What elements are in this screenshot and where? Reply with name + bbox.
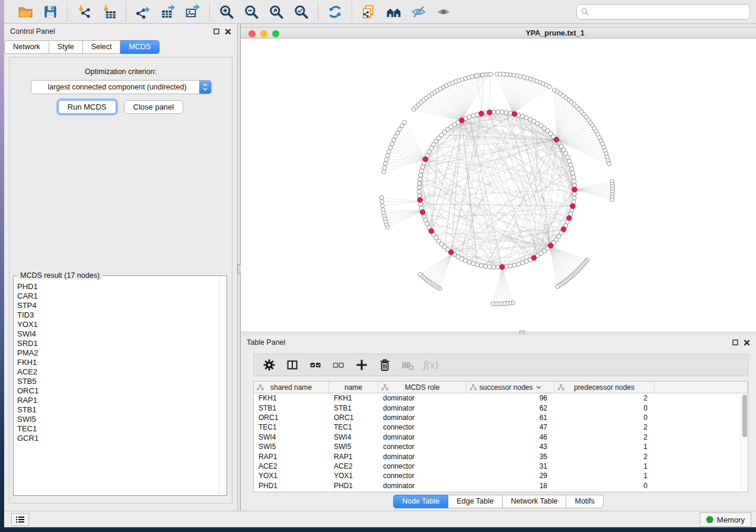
run-mcds-button[interactable]: Run MCDS xyxy=(58,100,116,114)
table-row[interactable]: STB1STB1dominator620 xyxy=(254,403,748,412)
maximize-window-icon[interactable] xyxy=(272,30,279,37)
table-cell: 18 xyxy=(467,481,554,491)
column-header-name[interactable]: name xyxy=(329,382,378,393)
list-item[interactable]: PMA2 xyxy=(14,348,219,358)
table-row[interactable]: FKH1FKH1dominator962 xyxy=(254,393,748,403)
table-row[interactable]: ORC1ORC1dominator610 xyxy=(254,413,748,422)
zoom-in-button[interactable] xyxy=(216,2,237,21)
table-panel-title: Table Panel xyxy=(247,338,285,347)
export-table-button[interactable] xyxy=(157,2,178,21)
close-window-icon[interactable] xyxy=(248,30,256,37)
import-network-icon xyxy=(76,4,92,20)
column-header-shared-name[interactable]: shared name xyxy=(254,382,329,393)
create-column-button[interactable] xyxy=(350,355,373,374)
tab-select[interactable]: Select xyxy=(83,40,121,54)
list-item[interactable]: SWI5 xyxy=(14,415,219,424)
table-cell: connector xyxy=(378,462,467,471)
table-cell: RAP1 xyxy=(329,451,378,461)
network-canvas[interactable] xyxy=(241,39,756,331)
zoom-selected-icon xyxy=(294,4,309,20)
list-item[interactable]: TID3 xyxy=(14,310,219,320)
table-cell: 1 xyxy=(554,462,655,471)
tab-edge-table[interactable]: Edge Table xyxy=(448,495,502,508)
close-table-panel-icon[interactable] xyxy=(744,339,750,346)
table-cell: ORC1 xyxy=(254,413,329,422)
close-panel-icon[interactable] xyxy=(225,28,231,35)
table-row[interactable]: ACE2ACE2connector311 xyxy=(254,462,748,471)
table-cell: 0 xyxy=(554,413,655,422)
search-input[interactable] xyxy=(589,6,749,18)
tab-motifs[interactable]: Motifs xyxy=(566,495,603,508)
delete-column-button[interactable] xyxy=(373,355,396,374)
column-header-mcds-role[interactable]: MCDS role xyxy=(378,382,467,393)
show-all-button[interactable] xyxy=(433,2,454,21)
table-cell-filler xyxy=(655,462,748,471)
select-all-button[interactable] xyxy=(304,355,327,374)
table-row[interactable]: SWI4SWI4dominator462 xyxy=(254,432,748,442)
column-label: shared name xyxy=(270,383,312,392)
table-cell: 29 xyxy=(467,471,554,480)
save-session-button[interactable] xyxy=(40,2,61,21)
export-image-button[interactable] xyxy=(182,2,203,21)
deselect-all-button[interactable] xyxy=(327,355,350,374)
column-header-successor-nodes[interactable]: successor nodes xyxy=(467,382,554,393)
refresh-button[interactable] xyxy=(324,2,346,21)
list-item[interactable]: RAP1 xyxy=(14,396,219,405)
criterion-dropdown[interactable]: largest connected component (undirected) xyxy=(31,80,212,94)
table-cell: FKH1 xyxy=(329,393,378,403)
table-scrollbar-thumb[interactable] xyxy=(742,395,747,437)
mcds-list-scrollbar[interactable] xyxy=(219,277,226,495)
task-history-button[interactable] xyxy=(11,513,29,526)
tab-network[interactable]: Network xyxy=(4,40,49,54)
table-cell-filler xyxy=(655,403,748,412)
column-header-predecessor-nodes[interactable]: predecessor nodes xyxy=(554,382,655,393)
memory-button[interactable]: Memory xyxy=(700,512,751,527)
table-row[interactable]: SWI5SWI5connector431 xyxy=(254,442,748,451)
list-item[interactable]: PHD1 xyxy=(14,282,219,291)
tab-style[interactable]: Style xyxy=(49,40,83,54)
open-session-button[interactable] xyxy=(15,2,36,21)
table-cell: 61 xyxy=(467,413,554,422)
zoom-fit-button[interactable] xyxy=(266,2,287,21)
table-settings-button[interactable] xyxy=(257,355,280,374)
export-network-button[interactable] xyxy=(132,2,154,21)
column-header-filler xyxy=(655,382,748,393)
list-item[interactable]: ACE2 xyxy=(14,367,219,377)
table-row[interactable]: YOX1YOX1connector291 xyxy=(254,471,748,480)
column-selector-button[interactable] xyxy=(280,355,304,374)
close-panel-button[interactable]: Close panel xyxy=(124,100,184,114)
network-graph[interactable] xyxy=(241,39,756,331)
list-item[interactable]: YOX1 xyxy=(14,320,219,329)
duplicate-network-button[interactable] xyxy=(358,2,379,21)
mcds-result-list[interactable]: PHD1CAR1STP4TID3YOX1SWI4SRD1PMA2FKH1ACE2… xyxy=(14,277,219,495)
tab-node-table[interactable]: Node Table xyxy=(393,495,448,508)
list-item[interactable]: TEC1 xyxy=(14,424,219,434)
table-row[interactable]: RAP1RAP1dominator352 xyxy=(254,451,748,461)
list-item[interactable]: GCR1 xyxy=(14,434,219,443)
float-table-panel-icon[interactable] xyxy=(732,339,738,345)
minimize-window-icon[interactable] xyxy=(260,30,267,37)
table-row[interactable]: PHD1PHD1dominator180 xyxy=(254,481,748,491)
list-item[interactable]: ORC1 xyxy=(14,386,219,396)
float-panel-icon[interactable] xyxy=(213,28,219,34)
table-cell: YOX1 xyxy=(254,471,329,480)
tab-mcds[interactable]: MCDS xyxy=(120,40,160,54)
table-cell: 2 xyxy=(554,422,655,432)
list-item[interactable]: SWI4 xyxy=(14,329,219,339)
list-item[interactable]: CAR1 xyxy=(14,291,219,301)
zoom-selected-button[interactable] xyxy=(291,2,312,21)
import-network-button[interactable] xyxy=(74,2,95,21)
list-item[interactable]: STP4 xyxy=(14,301,219,310)
tab-network-table[interactable]: Network Table xyxy=(503,495,567,508)
hide-selected-button[interactable] xyxy=(408,2,429,21)
export-network-icon xyxy=(135,4,151,20)
list-item[interactable]: STB5 xyxy=(14,377,219,386)
table-scrollbar[interactable] xyxy=(741,394,747,491)
import-table-button[interactable] xyxy=(98,2,120,21)
table-row[interactable]: TEC1TEC1connector472 xyxy=(254,422,748,432)
list-item[interactable]: FKH1 xyxy=(14,358,219,367)
zoom-out-button[interactable] xyxy=(241,2,262,21)
list-item[interactable]: STB1 xyxy=(14,405,219,415)
list-item[interactable]: SRD1 xyxy=(14,339,219,348)
first-neighbors-button[interactable] xyxy=(383,2,404,21)
